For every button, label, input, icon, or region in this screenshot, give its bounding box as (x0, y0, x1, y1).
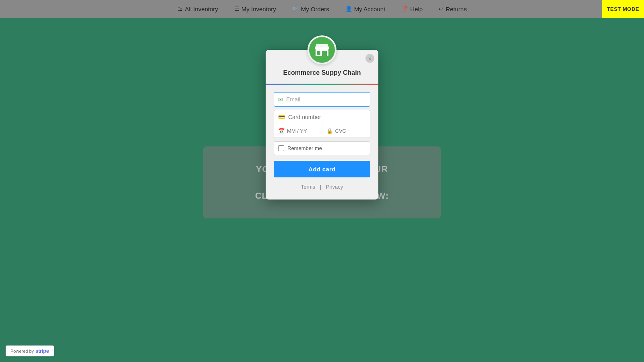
card-bottom-row: 📅 🔒 (274, 124, 370, 138)
remember-me-checkbox[interactable] (278, 145, 284, 151)
navbar-links: 🗂 All Inventory ☰ My Inventory 🛒 My Orde… (177, 6, 466, 12)
modal-footer: Terms | Privacy (266, 184, 378, 190)
payment-form: ✉ 💳 📅 (266, 92, 378, 177)
return-icon: ↩ (439, 6, 444, 12)
cart-icon: 🛒 (292, 6, 299, 12)
modal-title: Ecommerce Suppy Chain (266, 69, 378, 76)
nav-all-inventory[interactable]: 🗂 All Inventory (177, 6, 218, 12)
email-input[interactable] (286, 96, 366, 103)
card-number-input[interactable] (288, 114, 366, 120)
list-icon: ☰ (234, 6, 239, 12)
nav-my-account[interactable]: 👤 My Account (345, 6, 386, 12)
card-cvc-wrapper: 🔒 (322, 124, 370, 138)
modal-overlay: × Ecommerce Suppy Chain (0, 18, 644, 362)
card-icon: 💳 (278, 114, 285, 120)
calendar-icon: 📅 (278, 128, 285, 134)
card-expiry-input[interactable] (287, 128, 318, 134)
terms-link[interactable]: Terms (301, 184, 315, 190)
modal-close-button[interactable]: × (365, 54, 374, 63)
box-icon: 🗂 (177, 6, 183, 12)
card-expiry-wrapper: 📅 (274, 124, 322, 138)
modal-logo-wrap (266, 35, 378, 64)
test-mode-badge: TEST MODE (602, 0, 644, 18)
envelope-icon: ✉ (278, 96, 283, 103)
add-card-button[interactable]: Add card (274, 161, 370, 177)
brand-logo (308, 35, 336, 64)
svg-rect-2 (322, 51, 327, 56)
lock-icon: 🔒 (326, 128, 333, 134)
help-icon: ❓ (401, 6, 408, 12)
stripe-color-line (266, 84, 378, 85)
email-field-wrapper: ✉ (274, 92, 370, 107)
main-background: YOU NEED TO SET UP YOUR ACCOUNT FIRST. C… (0, 18, 644, 362)
card-cvc-input[interactable] (335, 128, 366, 134)
user-icon: 👤 (345, 6, 352, 12)
svg-rect-1 (317, 51, 320, 55)
footer-separator: | (320, 184, 321, 190)
remember-me-row: Remember me (274, 141, 370, 155)
remember-me-label: Remember me (287, 145, 322, 151)
privacy-link[interactable]: Privacy (326, 184, 343, 190)
nav-returns[interactable]: ↩ Returns (439, 6, 467, 12)
nav-help[interactable]: ❓ Help (401, 6, 423, 12)
card-group: 💳 📅 🔒 (274, 110, 370, 138)
store-icon (313, 41, 331, 59)
card-number-row: 💳 (274, 110, 370, 124)
nav-my-inventory[interactable]: ☰ My Inventory (234, 6, 276, 12)
navbar: 🗂 All Inventory ☰ My Inventory 🛒 My Orde… (0, 0, 644, 18)
payment-modal: × Ecommerce Suppy Chain (266, 50, 378, 200)
nav-my-orders[interactable]: 🛒 My Orders (292, 6, 329, 12)
